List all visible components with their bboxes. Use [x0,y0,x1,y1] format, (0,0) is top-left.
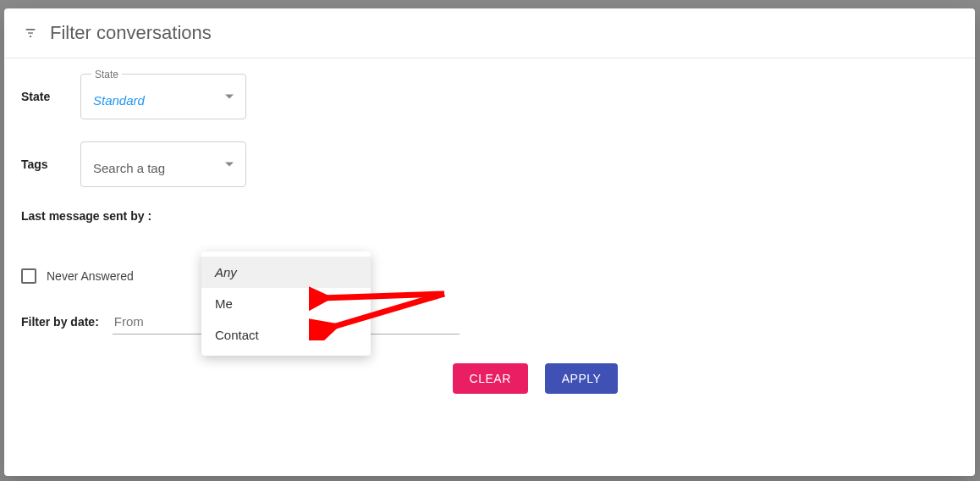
dropdown-option-me[interactable]: Me [201,288,371,319]
dropdown-option-contact[interactable]: Contact [201,319,371,351]
panel-body: State State Standard Tags Search a tag L… [4,58,975,409]
filter-panel: Filter conversations State State Standar… [4,8,975,476]
never-answered-row: Never Answered [21,268,958,284]
chevron-down-icon [225,163,234,167]
never-answered-checkbox[interactable] [21,268,36,284]
chevron-down-icon [225,95,234,99]
state-row: State State Standard [21,74,958,119]
state-value: Standard [93,93,234,108]
panel-header: Filter conversations [4,8,975,58]
actions-row: CLEAR APPLY [113,363,958,394]
state-select[interactable]: State Standard [80,74,246,119]
never-answered-label: Never Answered [47,269,134,283]
filter-icon [23,27,38,39]
apply-button[interactable]: APPLY [545,363,619,394]
state-floating-label: State [91,69,122,80]
tags-placeholder: Search a tag [93,161,234,175]
tags-select[interactable]: Search a tag [80,141,246,187]
last-message-row: Last message sent by : [21,209,958,223]
tags-label: Tags [21,158,80,171]
date-row: Filter by date: [21,309,958,334]
date-label: Filter by date: [21,315,99,329]
tags-row: Tags Search a tag [21,141,958,187]
panel-title: Filter conversations [50,22,212,44]
clear-button[interactable]: CLEAR [453,363,528,394]
last-message-label: Last message sent by : [21,209,151,223]
dropdown-option-any[interactable]: Any [201,257,371,288]
state-label: State [21,90,80,103]
last-message-dropdown: Any Me Contact [201,252,371,356]
